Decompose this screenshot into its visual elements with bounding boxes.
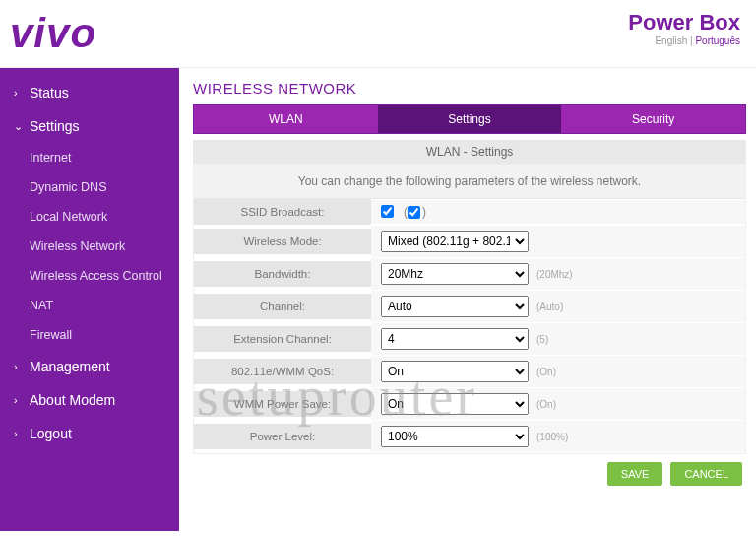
- cancel-button[interactable]: CANCEL: [670, 462, 742, 486]
- hint: (Auto): [536, 302, 563, 312]
- page-title: WIRELESS NETWORK: [193, 80, 746, 97]
- row-label: Channel:: [194, 294, 371, 319]
- row-channel: Channel: Auto(Auto): [194, 291, 745, 323]
- bandwidth-select[interactable]: 20Mhz: [381, 263, 529, 285]
- row-label: Extension Channel:: [194, 326, 371, 352]
- section-subheader: WLAN - Settings: [193, 140, 746, 164]
- extension-channel-select[interactable]: 4: [381, 328, 529, 350]
- sidebar-item-firewall[interactable]: Firewall: [0, 320, 179, 350]
- ssid-paren: (): [404, 205, 426, 219]
- row-power-level: Power Level: 100%(100%): [194, 421, 745, 453]
- logo: vivo: [10, 10, 96, 57]
- sidebar-item-wireless-network[interactable]: Wireless Network: [0, 232, 179, 261]
- sidebar-label: Status: [30, 85, 69, 100]
- sidebar-label: About Modem: [30, 392, 115, 408]
- sidebar-item-dynamic-dns[interactable]: Dynamic DNS: [0, 172, 179, 202]
- row-label: WMM Power Save:: [194, 391, 371, 417]
- hint: (100%): [536, 432, 568, 442]
- chevron-down-icon: ⌄: [14, 120, 22, 133]
- settings-panel: You can change the following parameters …: [193, 164, 746, 454]
- sidebar-item-local-network[interactable]: Local Network: [0, 202, 179, 232]
- chevron-right-icon: ›: [14, 394, 22, 406]
- row-label: SSID Broadcast:: [194, 199, 371, 225]
- hint: (On): [536, 399, 556, 410]
- channel-select[interactable]: Auto: [381, 296, 529, 317]
- row-wmm-qos: 802.11e/WMM QoS: On(On): [194, 356, 745, 388]
- sidebar-item-status[interactable]: ›Status: [0, 76, 179, 109]
- chevron-right-icon: ›: [14, 87, 22, 99]
- brand-title: Power Box: [628, 10, 740, 35]
- sidebar-item-nat[interactable]: NAT: [0, 291, 179, 320]
- row-label: 802.11e/WMM QoS:: [194, 359, 371, 384]
- main-content: WIRELESS NETWORK WLAN Settings Security …: [179, 68, 756, 531]
- power-level-select[interactable]: 100%: [381, 426, 529, 447]
- row-label: Wireless Mode:: [194, 229, 371, 254]
- save-button[interactable]: SAVE: [607, 462, 663, 486]
- lang-portugues[interactable]: Português: [695, 35, 740, 46]
- hint: (20Mhz): [536, 269, 573, 280]
- wmm-qos-select[interactable]: On: [381, 361, 529, 382]
- row-extension-channel: Extension Channel: 4(5): [194, 323, 745, 356]
- row-bandwidth: Bandwidth: 20Mhz(20Mhz): [194, 258, 745, 291]
- row-ssid-broadcast: SSID Broadcast: (): [194, 199, 745, 226]
- tab-bar: WLAN Settings Security: [193, 104, 746, 134]
- header: vivo Power Box English | Português: [0, 0, 756, 68]
- chevron-right-icon: ›: [14, 428, 22, 439]
- sidebar-item-settings[interactable]: ⌄Settings: [0, 109, 179, 143]
- tab-security[interactable]: Security: [561, 105, 745, 133]
- brand-block: Power Box English | Português: [628, 10, 740, 46]
- action-bar: SAVE CANCEL: [193, 454, 746, 494]
- hint: (5): [536, 334, 548, 345]
- sidebar-item-internet[interactable]: Internet: [0, 143, 179, 172]
- row-label: Power Level:: [194, 424, 371, 449]
- panel-description: You can change the following parameters …: [194, 165, 745, 199]
- sidebar-item-about-modem[interactable]: ›About Modem: [0, 383, 179, 417]
- sidebar-item-logout[interactable]: ›Logout: [0, 417, 179, 450]
- sidebar-item-wireless-access-control[interactable]: Wireless Access Control: [0, 261, 179, 291]
- lang-english[interactable]: English: [655, 35, 687, 46]
- ssid-broadcast-checkbox-1[interactable]: [381, 205, 394, 218]
- sidebar-label: Management: [30, 359, 110, 374]
- ssid-broadcast-checkbox-2[interactable]: [408, 206, 420, 219]
- chevron-right-icon: ›: [14, 361, 22, 372]
- row-label: Bandwidth:: [194, 261, 371, 287]
- hint: (On): [536, 367, 556, 377]
- tab-wlan[interactable]: WLAN: [194, 105, 378, 133]
- sidebar-label: Logout: [30, 426, 72, 441]
- row-wireless-mode: Wireless Mode: Mixed (802.11g + 802.11n: [194, 226, 745, 258]
- sidebar-item-management[interactable]: ›Management: [0, 350, 179, 383]
- row-wmm-power-save: WMM Power Save: On(On): [194, 388, 745, 421]
- sidebar: ›Status ⌄Settings Internet Dynamic DNS L…: [0, 68, 179, 531]
- sidebar-label: Settings: [30, 118, 80, 134]
- tab-settings[interactable]: Settings: [378, 105, 562, 133]
- language-switch[interactable]: English | Português: [628, 35, 740, 46]
- wmm-power-save-select[interactable]: On: [381, 393, 529, 415]
- wireless-mode-select[interactable]: Mixed (802.11g + 802.11n: [381, 231, 529, 252]
